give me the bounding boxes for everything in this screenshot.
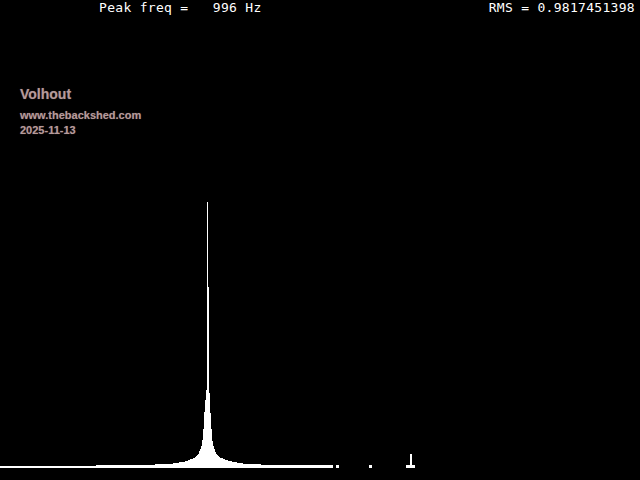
spectrum-plot — [0, 0, 640, 480]
fft-analyzer-screen: Peak freq = 996 Hz RMS = 0.9817451398 Vo… — [0, 0, 640, 480]
spectrum-dot — [336, 465, 339, 468]
spectrum-peak-shape — [0, 202, 333, 468]
harmonic-spike — [406, 465, 415, 468]
spectrum-dot — [369, 465, 372, 468]
